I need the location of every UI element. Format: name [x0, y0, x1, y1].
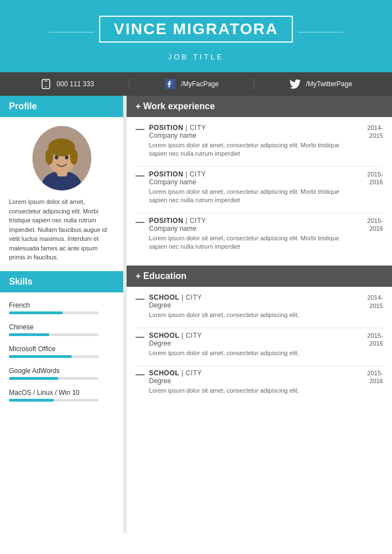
entry-company: Company name [149, 132, 358, 139]
table-row: — SCHOOL | CITY Degree Lorem ipsum dolor… [136, 369, 383, 395]
skill-bar-bg [9, 311, 99, 314]
contact-facebook: /MyFacPage [164, 78, 218, 90]
main-content: Profile [0, 96, 392, 533]
skill-bar-bg [9, 399, 99, 402]
facebook-handle: /MyFacPage [181, 80, 218, 88]
entry-dash: — [136, 217, 144, 227]
work-section-content: — POSITION | CITY Company name Lorem ips… [127, 117, 392, 266]
header-line-right [298, 32, 343, 32]
edu-entry: — SCHOOL | CITY Degree Lorem ipsum dolor… [136, 369, 383, 395]
entry-dash: — [136, 294, 144, 304]
skill-bar-bg [9, 377, 99, 380]
entry-separator: | CITY [185, 124, 206, 132]
skill-name: Microsoft Office [9, 345, 114, 353]
entry-dash: — [136, 332, 144, 342]
skill-item: Google AdWords [9, 367, 114, 380]
entry-desc: Lorem ipsum dolor sit amet, consectetur … [149, 141, 358, 159]
skill-bar-bg [9, 333, 99, 336]
entry-body: SCHOOL | CITY Degree Lorem ipsum dolor s… [149, 332, 358, 357]
entry-separator: | CITY [181, 369, 202, 377]
divider [136, 328, 383, 328]
entry-desc: Lorem ipsum dolor sit amet, consectetur … [149, 311, 358, 319]
contact-divider-1 [129, 78, 129, 90]
entry-desc: Lorem ipsum dolor sit amet, consectetur … [149, 234, 358, 252]
entry-year: 2015-2016 [363, 332, 383, 348]
skills-list: French Chinese Microsoft Office Google A… [9, 301, 114, 402]
work-entry: — POSITION | CITY Company name Lorem ips… [136, 124, 383, 167]
svg-point-11 [55, 156, 58, 160]
entry-year: 2014-2015 [363, 124, 383, 140]
entry-year: 2015-2016 [363, 369, 383, 385]
left-column: Profile [0, 96, 123, 533]
entry-degree: Degree [149, 339, 358, 347]
table-row: — POSITION | CITY Company name Lorem ips… [136, 124, 383, 159]
entry-title: SCHOOL | CITY [149, 369, 358, 377]
candidate-name: VINCE MIGRATORA [114, 20, 278, 38]
profile-section-header: Profile [0, 96, 123, 117]
table-row: — POSITION | CITY Company name Lorem ips… [136, 170, 383, 205]
entry-dash: — [136, 124, 144, 134]
entry-desc: Lorem ipsum dolor sit amet, consectetur … [149, 349, 358, 357]
entry-year: 2015-2016 [363, 170, 383, 187]
skill-bar-fill [9, 377, 58, 380]
entry-body: SCHOOL | CITY Degree Lorem ipsum dolor s… [149, 294, 358, 319]
entry-separator: | CITY [181, 332, 202, 339]
skill-name: MacOS / Linux / Win 10 [9, 389, 114, 397]
entry-body: POSITION | CITY Company name Lorem ipsum… [149, 217, 358, 252]
education-section-header: + Education [127, 266, 392, 287]
edu-entry: — SCHOOL | CITY Degree Lorem ipsum dolor… [136, 332, 383, 366]
skill-bar-fill [9, 311, 63, 314]
entry-separator: | CITY [185, 217, 206, 225]
entry-title: POSITION | CITY [149, 170, 358, 178]
profile-section-content: Lorem ipsum dolor sit amet, consectetur … [0, 117, 123, 271]
skills-section-header: Skills [0, 271, 123, 292]
profile-photo [32, 126, 91, 190]
skill-bar-fill [9, 355, 72, 358]
right-column: + Work experience — POSITION | CITY Comp… [123, 96, 392, 533]
skill-item: Microsoft Office [9, 345, 114, 358]
work-entry: — POSITION | CITY Company name Lorem ips… [136, 170, 383, 213]
facebook-icon [164, 78, 176, 90]
divider [136, 365, 383, 366]
skill-item: French [9, 301, 114, 314]
entry-title: SCHOOL | CITY [149, 332, 358, 339]
entry-title: POSITION | CITY [149, 217, 358, 225]
contact-phone: 000 111 333 [40, 78, 94, 90]
name-box: VINCE MIGRATORA [99, 16, 292, 43]
skill-item: MacOS / Linux / Win 10 [9, 389, 114, 402]
svg-point-12 [65, 156, 68, 160]
twitter-icon [289, 78, 301, 90]
work-section-header: + Work experience [127, 96, 392, 117]
profile-label: Profile [9, 101, 37, 111]
header-line-left [49, 32, 94, 32]
work-label: + Work experience [136, 101, 215, 111]
entry-dash: — [136, 369, 144, 380]
contact-twitter: /MyTwitterPage [289, 78, 352, 90]
entry-separator: | CITY [185, 170, 206, 178]
skill-bar-fill [9, 399, 54, 402]
table-row: — SCHOOL | CITY Degree Lorem ipsum dolor… [136, 294, 383, 319]
phone-number: 000 111 333 [57, 80, 94, 88]
entry-title: SCHOOL | CITY [149, 294, 358, 301]
svg-point-10 [70, 149, 78, 165]
contact-divider-2 [254, 78, 254, 90]
entry-company: Company name [149, 178, 358, 186]
skill-name: Google AdWords [9, 367, 114, 375]
job-title: JOB TITLE [22, 53, 370, 61]
entry-dash: — [136, 170, 144, 181]
entry-company: Company name [149, 225, 358, 232]
work-entries-list: — POSITION | CITY Company name Lorem ips… [136, 124, 383, 251]
education-section-content: — SCHOOL | CITY Degree Lorem ipsum dolor… [127, 287, 392, 409]
skill-bar-fill [9, 333, 49, 336]
entry-separator: | CITY [181, 294, 202, 301]
svg-rect-2 [44, 81, 48, 81]
skills-label: Skills [9, 277, 32, 286]
header: VINCE MIGRATORA JOB TITLE [0, 0, 392, 72]
divider [136, 213, 383, 213]
entry-body: POSITION | CITY Company name Lorem ipsum… [149, 170, 358, 205]
entry-year: 2015-2016 [363, 217, 383, 233]
entry-desc: Lorem ipsum dolor sit amet, consectetur … [149, 188, 358, 205]
skill-name: Chinese [9, 323, 114, 331]
entry-body: SCHOOL | CITY Degree Lorem ipsum dolor s… [149, 369, 358, 395]
profile-text: Lorem ipsum dolor sit amet, consectetur … [9, 197, 114, 262]
